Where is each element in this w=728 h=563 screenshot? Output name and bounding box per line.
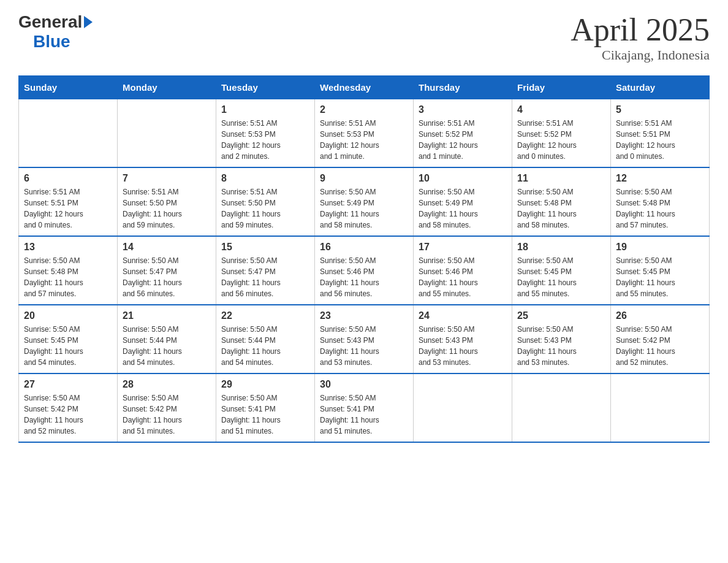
calendar-cell: 12Sunrise: 5:50 AM Sunset: 5:48 PM Dayli… [611, 167, 710, 236]
day-number: 12 [616, 173, 704, 184]
calendar-week-1: 1Sunrise: 5:51 AM Sunset: 5:53 PM Daylig… [19, 99, 710, 168]
day-info: Sunrise: 5:50 AM Sunset: 5:45 PM Dayligh… [517, 255, 605, 299]
day-info: Sunrise: 5:51 AM Sunset: 5:50 PM Dayligh… [123, 186, 211, 231]
calendar-cell: 26Sunrise: 5:50 AM Sunset: 5:42 PM Dayli… [611, 305, 710, 373]
calendar-cell: 4Sunrise: 5:51 AM Sunset: 5:52 PM Daylig… [512, 99, 611, 168]
day-info: Sunrise: 5:50 AM Sunset: 5:46 PM Dayligh… [320, 255, 408, 299]
day-info: Sunrise: 5:50 AM Sunset: 5:49 PM Dayligh… [320, 186, 408, 231]
calendar-cell: 28Sunrise: 5:50 AM Sunset: 5:42 PM Dayli… [118, 373, 216, 442]
calendar-cell [512, 373, 611, 442]
day-number: 28 [123, 379, 211, 390]
day-number: 17 [419, 242, 507, 253]
day-number: 13 [24, 242, 112, 253]
calendar-cell: 16Sunrise: 5:50 AM Sunset: 5:46 PM Dayli… [315, 236, 414, 305]
day-info: Sunrise: 5:50 AM Sunset: 5:48 PM Dayligh… [517, 186, 605, 231]
calendar-cell: 7Sunrise: 5:51 AM Sunset: 5:50 PM Daylig… [118, 167, 216, 236]
calendar-cell [611, 373, 710, 442]
day-number: 21 [123, 310, 211, 321]
logo-triangle-icon [84, 16, 93, 28]
calendar-header-sunday: Sunday [19, 76, 118, 99]
day-number: 1 [221, 104, 309, 115]
calendar-cell: 11Sunrise: 5:50 AM Sunset: 5:48 PM Dayli… [512, 167, 611, 236]
day-number: 23 [320, 310, 408, 321]
calendar-cell: 27Sunrise: 5:50 AM Sunset: 5:42 PM Dayli… [19, 373, 118, 442]
calendar-cell: 9Sunrise: 5:50 AM Sunset: 5:49 PM Daylig… [315, 167, 414, 236]
day-number: 25 [517, 310, 605, 321]
calendar-cell: 17Sunrise: 5:50 AM Sunset: 5:46 PM Dayli… [414, 236, 512, 305]
day-info: Sunrise: 5:50 AM Sunset: 5:42 PM Dayligh… [616, 324, 704, 368]
calendar-cell: 29Sunrise: 5:50 AM Sunset: 5:41 PM Dayli… [216, 373, 315, 442]
calendar-cell: 6Sunrise: 5:51 AM Sunset: 5:51 PM Daylig… [19, 167, 118, 236]
day-number: 27 [24, 379, 112, 390]
page-title: April 2025 [571, 12, 710, 47]
calendar-cell: 30Sunrise: 5:50 AM Sunset: 5:41 PM Dayli… [315, 373, 414, 442]
day-info: Sunrise: 5:50 AM Sunset: 5:43 PM Dayligh… [320, 324, 408, 368]
day-info: Sunrise: 5:50 AM Sunset: 5:42 PM Dayligh… [123, 393, 211, 437]
day-info: Sunrise: 5:51 AM Sunset: 5:51 PM Dayligh… [616, 118, 704, 162]
calendar-header-wednesday: Wednesday [315, 76, 414, 99]
calendar-cell: 18Sunrise: 5:50 AM Sunset: 5:45 PM Dayli… [512, 236, 611, 305]
calendar-cell: 2Sunrise: 5:51 AM Sunset: 5:53 PM Daylig… [315, 99, 414, 168]
day-number: 14 [123, 242, 211, 253]
day-info: Sunrise: 5:50 AM Sunset: 5:48 PM Dayligh… [616, 186, 704, 231]
calendar-header-friday: Friday [512, 76, 611, 99]
day-number: 16 [320, 242, 408, 253]
day-info: Sunrise: 5:50 AM Sunset: 5:48 PM Dayligh… [24, 255, 112, 299]
day-number: 15 [221, 242, 309, 253]
day-number: 29 [221, 379, 309, 390]
day-number: 2 [320, 104, 408, 115]
calendar-cell: 20Sunrise: 5:50 AM Sunset: 5:45 PM Dayli… [19, 305, 118, 373]
day-number: 30 [320, 379, 408, 390]
day-number: 6 [24, 173, 112, 184]
calendar-week-3: 13Sunrise: 5:50 AM Sunset: 5:48 PM Dayli… [19, 236, 710, 305]
page-subtitle: Cikajang, Indonesia [571, 47, 710, 63]
calendar-cell: 1Sunrise: 5:51 AM Sunset: 5:53 PM Daylig… [216, 99, 315, 168]
calendar-header-row: SundayMondayTuesdayWednesdayThursdayFrid… [19, 76, 710, 99]
calendar-cell: 13Sunrise: 5:50 AM Sunset: 5:48 PM Dayli… [19, 236, 118, 305]
day-info: Sunrise: 5:51 AM Sunset: 5:53 PM Dayligh… [320, 118, 408, 162]
day-info: Sunrise: 5:50 AM Sunset: 5:44 PM Dayligh… [221, 324, 309, 368]
day-info: Sunrise: 5:50 AM Sunset: 5:47 PM Dayligh… [221, 255, 309, 299]
calendar-cell: 24Sunrise: 5:50 AM Sunset: 5:43 PM Dayli… [414, 305, 512, 373]
day-number: 5 [616, 104, 704, 115]
calendar-cell [118, 99, 216, 168]
calendar-cell: 14Sunrise: 5:50 AM Sunset: 5:47 PM Dayli… [118, 236, 216, 305]
day-info: Sunrise: 5:50 AM Sunset: 5:45 PM Dayligh… [616, 255, 704, 299]
calendar-header-monday: Monday [118, 76, 216, 99]
day-number: 9 [320, 173, 408, 184]
day-number: 20 [24, 310, 112, 321]
day-number: 19 [616, 242, 704, 253]
day-number: 26 [616, 310, 704, 321]
calendar-cell: 22Sunrise: 5:50 AM Sunset: 5:44 PM Dayli… [216, 305, 315, 373]
day-number: 18 [517, 242, 605, 253]
logo-general-text: General [18, 12, 82, 32]
title-section: April 2025 Cikajang, Indonesia [571, 12, 710, 63]
calendar-cell [19, 99, 118, 168]
day-number: 4 [517, 104, 605, 115]
day-info: Sunrise: 5:51 AM Sunset: 5:52 PM Dayligh… [517, 118, 605, 162]
calendar-cell: 5Sunrise: 5:51 AM Sunset: 5:51 PM Daylig… [611, 99, 710, 168]
calendar-header-tuesday: Tuesday [216, 76, 315, 99]
calendar-cell: 23Sunrise: 5:50 AM Sunset: 5:43 PM Dayli… [315, 305, 414, 373]
day-info: Sunrise: 5:50 AM Sunset: 5:41 PM Dayligh… [221, 393, 309, 437]
day-info: Sunrise: 5:51 AM Sunset: 5:50 PM Dayligh… [221, 186, 309, 231]
calendar-cell [414, 373, 512, 442]
calendar-cell: 3Sunrise: 5:51 AM Sunset: 5:52 PM Daylig… [414, 99, 512, 168]
day-number: 8 [221, 173, 309, 184]
calendar-week-2: 6Sunrise: 5:51 AM Sunset: 5:51 PM Daylig… [19, 167, 710, 236]
day-info: Sunrise: 5:50 AM Sunset: 5:49 PM Dayligh… [419, 186, 507, 231]
day-info: Sunrise: 5:50 AM Sunset: 5:42 PM Dayligh… [24, 393, 112, 437]
day-info: Sunrise: 5:51 AM Sunset: 5:52 PM Dayligh… [419, 118, 507, 162]
calendar-header-saturday: Saturday [611, 76, 710, 99]
day-info: Sunrise: 5:51 AM Sunset: 5:53 PM Dayligh… [221, 118, 309, 162]
day-number: 10 [419, 173, 507, 184]
calendar-cell: 25Sunrise: 5:50 AM Sunset: 5:43 PM Dayli… [512, 305, 611, 373]
calendar-table: SundayMondayTuesdayWednesdayThursdayFrid… [18, 75, 710, 443]
day-number: 22 [221, 310, 309, 321]
logo: General Blue [18, 12, 93, 52]
calendar-week-5: 27Sunrise: 5:50 AM Sunset: 5:42 PM Dayli… [19, 373, 710, 442]
calendar-week-4: 20Sunrise: 5:50 AM Sunset: 5:45 PM Dayli… [19, 305, 710, 373]
calendar-header-thursday: Thursday [414, 76, 512, 99]
day-info: Sunrise: 5:50 AM Sunset: 5:41 PM Dayligh… [320, 393, 408, 437]
calendar-cell: 19Sunrise: 5:50 AM Sunset: 5:45 PM Dayli… [611, 236, 710, 305]
